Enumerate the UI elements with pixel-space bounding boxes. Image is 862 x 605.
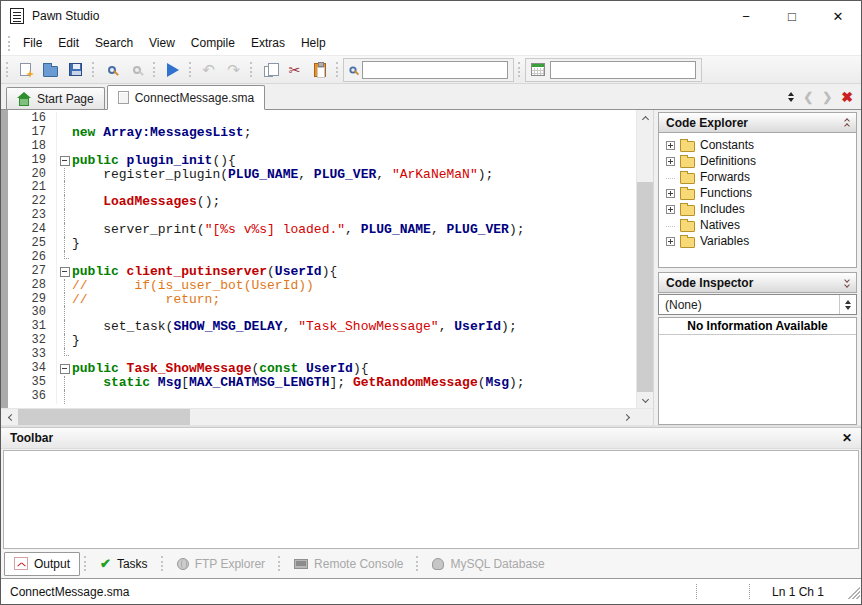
menu-item-extras[interactable]: Extras	[243, 32, 293, 54]
fold-guide	[57, 140, 72, 154]
line-number: 27	[8, 265, 57, 279]
code-explorer-header[interactable]: Code Explorer	[658, 112, 857, 133]
find-button[interactable]	[99, 58, 124, 82]
new-file-button[interactable]	[13, 58, 38, 82]
fold-marker-icon[interactable]	[57, 265, 72, 279]
resize-grip[interactable]	[846, 585, 860, 599]
tree-item-natives[interactable]: Natives	[659, 217, 856, 233]
menu-item-view[interactable]: View	[141, 32, 183, 54]
collapse-icon[interactable]	[845, 118, 849, 128]
toolbar-grip[interactable]	[189, 62, 192, 77]
compile-run-button[interactable]	[160, 58, 185, 82]
inspector-message: No Information Available	[659, 318, 856, 335]
save-button[interactable]	[63, 58, 88, 82]
inspector-dropdown[interactable]: (None)	[658, 294, 857, 315]
expand-plus-icon[interactable]	[666, 141, 675, 150]
expand-icon[interactable]	[845, 278, 849, 288]
tree-item-includes[interactable]: Includes	[659, 201, 856, 217]
close-tab-icon[interactable]: ✖	[841, 90, 853, 104]
vertical-scrollbar[interactable]	[636, 110, 653, 408]
code-editor[interactable]: 1617new Array:MessagesList;1819public pl…	[1, 110, 653, 408]
scroll-left-icon[interactable]	[1, 409, 18, 425]
fold-marker-icon[interactable]	[57, 362, 72, 376]
toolbar-grip[interactable]	[250, 62, 253, 77]
code-line: 31 set_task(SHOW_MSG_DELAY, "Task_ShowMe…	[8, 320, 653, 334]
paste-button[interactable]	[307, 58, 332, 82]
expand-plus-icon[interactable]	[666, 157, 675, 166]
bottom-tab-output[interactable]: Output	[4, 552, 80, 576]
menu-item-search[interactable]: Search	[87, 32, 141, 54]
grid-icon	[531, 63, 545, 76]
tree-item-forwards[interactable]: Forwards	[659, 169, 856, 185]
line-number: 28	[8, 279, 57, 293]
bottom-tab-remote-console: Remote Console	[285, 553, 412, 575]
menu-grip[interactable]	[8, 36, 11, 51]
cut-button[interactable]: ✂	[282, 58, 307, 82]
expand-plus-icon[interactable]	[666, 237, 675, 246]
quick-search-input[interactable]	[362, 61, 508, 79]
scroll-thumb[interactable]	[18, 409, 190, 426]
tree-item-variables[interactable]: Variables	[659, 233, 856, 249]
open-folder-icon	[43, 66, 58, 77]
menu-item-edit[interactable]: Edit	[50, 32, 87, 54]
horizontal-scrollbar[interactable]	[1, 408, 653, 425]
tab-connectmessage-sma[interactable]: ConnectMessage.sma	[107, 85, 265, 110]
expand-plus-icon[interactable]	[666, 189, 675, 198]
scroll-down-icon[interactable]	[637, 392, 654, 408]
tab-grip[interactable]	[161, 556, 164, 571]
goto-group	[525, 58, 702, 82]
line-number: 16	[8, 112, 57, 126]
toolbar-grip[interactable]	[6, 62, 9, 77]
output-area[interactable]	[3, 450, 859, 549]
toolbar-grip[interactable]	[92, 62, 95, 77]
close-panel-icon[interactable]: ✕	[842, 432, 852, 444]
fold-guide	[57, 376, 72, 390]
tree-item-label: Functions	[700, 186, 752, 200]
code-text	[72, 181, 653, 195]
code-text: register_plugin(PLUG_NAME, PLUG_VER, "Ar…	[72, 168, 653, 182]
toolbar-grip[interactable]	[153, 62, 156, 77]
goto-input[interactable]	[550, 61, 696, 79]
tab-start-page[interactable]: Start Page	[6, 87, 105, 109]
menu-item-help[interactable]: Help	[293, 32, 334, 54]
tree-item-definitions[interactable]: Definitions	[659, 153, 856, 169]
dropdown-spinner-icon[interactable]	[839, 295, 856, 314]
tab-scroll-left-icon[interactable]: ❮	[803, 91, 813, 103]
toolbar-grip[interactable]	[518, 62, 521, 77]
scroll-track[interactable]	[18, 409, 619, 425]
code-line: 19public plugin_init(){	[8, 154, 653, 168]
code-line: 21	[8, 181, 653, 195]
code-inspector-header[interactable]: Code Inspector	[658, 272, 857, 293]
minimize-button[interactable]: −	[723, 1, 769, 31]
quick-search-group	[343, 58, 514, 82]
line-number: 17	[8, 126, 57, 140]
tab-grip[interactable]	[416, 556, 419, 571]
fold-marker-icon[interactable]	[57, 154, 72, 168]
tree-item-functions[interactable]: Functions	[659, 185, 856, 201]
toolbar-grip[interactable]	[336, 62, 339, 77]
code-line: 29// return;	[8, 293, 653, 307]
tab-list-spinner[interactable]	[788, 92, 794, 102]
folder-icon	[680, 141, 695, 152]
scroll-up-icon[interactable]	[637, 110, 654, 126]
copy-button[interactable]	[257, 58, 282, 82]
tree-item-constants[interactable]: Constants	[659, 137, 856, 153]
menu-item-compile[interactable]: Compile	[183, 32, 243, 54]
tab-scroll-right-icon[interactable]: ❯	[822, 91, 832, 103]
scroll-thumb[interactable]	[637, 182, 654, 392]
close-button[interactable]: ✕	[815, 1, 861, 31]
title-bar[interactable]: Pawn Studio − □ ✕	[1, 1, 861, 31]
tab-grip[interactable]	[278, 556, 281, 571]
tab-grip[interactable]	[84, 556, 87, 571]
maximize-button[interactable]: □	[769, 1, 815, 31]
inspector-body: No Information Available	[658, 317, 857, 425]
bottom-tab-tasks[interactable]: ✔Tasks	[91, 553, 157, 575]
scroll-right-icon[interactable]	[619, 409, 636, 425]
bottom-panel-header[interactable]: Toolbar ✕	[1, 427, 861, 449]
open-file-button[interactable]	[38, 58, 63, 82]
menu-item-file[interactable]: File	[15, 32, 50, 54]
search-next-icon	[133, 66, 141, 74]
expand-plus-icon[interactable]	[666, 205, 675, 214]
code-text: }	[72, 237, 653, 251]
fold-guide	[57, 209, 72, 223]
